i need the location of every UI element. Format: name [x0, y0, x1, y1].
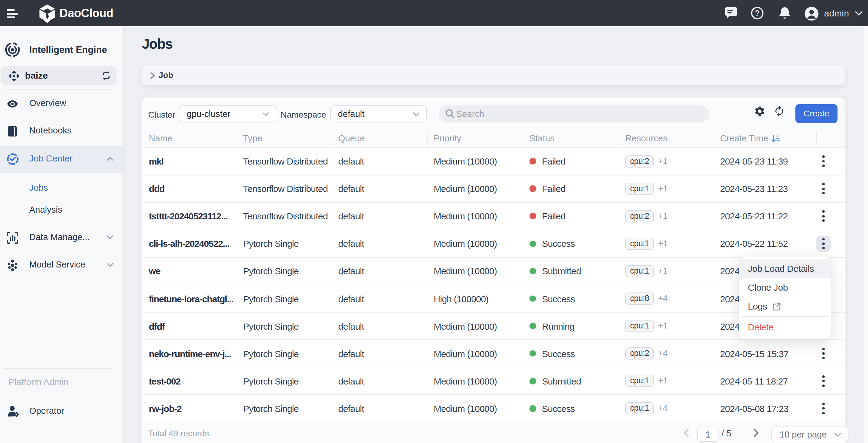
svg-text:?: ? — [755, 8, 760, 18]
